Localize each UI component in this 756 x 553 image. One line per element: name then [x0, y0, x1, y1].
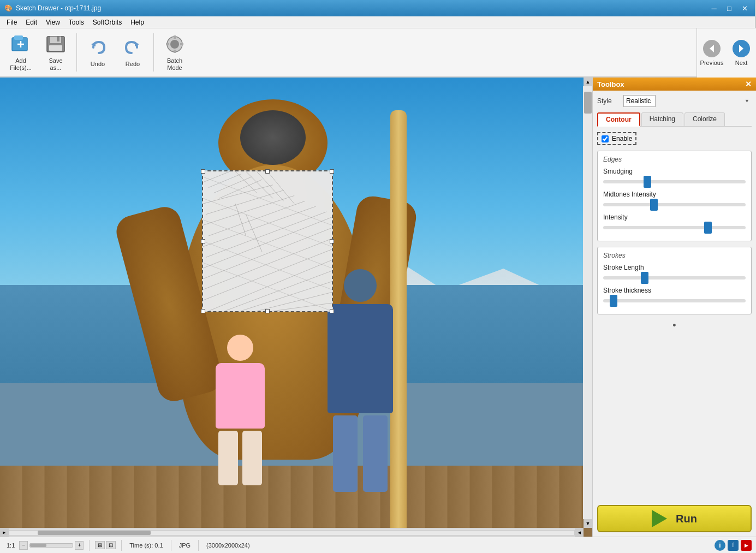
enable-label[interactable]: Enable: [612, 135, 632, 142]
maximize-button[interactable]: □: [722, 3, 736, 14]
scroll-thumb-v[interactable]: [584, 92, 592, 114]
run-button-area: Run: [593, 501, 756, 537]
sketch-selection[interactable]: [202, 170, 333, 312]
selection-handle-bm[interactable]: [265, 309, 270, 313]
canvas-vertical-scrollbar[interactable]: ▲ ▼: [584, 78, 592, 528]
man-left-leg: [333, 415, 358, 492]
toolbox-header: Toolbox ✕: [593, 78, 756, 91]
menu-view[interactable]: View: [41, 17, 64, 27]
status-sep-2: [121, 540, 122, 551]
fit-button[interactable]: ⊞: [95, 541, 105, 549]
tab-contour[interactable]: Contour: [597, 112, 640, 127]
smudging-row: Smudging: [603, 168, 746, 185]
scroll-thumb-h[interactable]: [38, 531, 151, 535]
info-icon[interactable]: i: [715, 540, 725, 551]
tab-hatching[interactable]: Hatching: [641, 112, 683, 126]
status-sep-3: [171, 540, 171, 551]
window-controls: ─ □ ✕: [707, 3, 752, 14]
man-legs: [317, 415, 404, 492]
style-select[interactable]: Realistic Pencil Charcoal Pastel: [623, 95, 656, 107]
intensity-row: Intensity: [603, 213, 746, 231]
previous-label: Previous: [700, 60, 724, 66]
status-sep-1: [89, 540, 90, 551]
close-button[interactable]: ✕: [737, 3, 752, 14]
facebook-icon[interactable]: f: [728, 540, 739, 551]
svg-rect-18: [203, 171, 332, 311]
toolbar-separator-1: [76, 33, 77, 72]
style-row: Style Realistic Pencil Charcoal Pastel: [597, 95, 752, 107]
enable-checkbox[interactable]: [602, 135, 609, 142]
midtones-row: Midtones Intensity: [603, 191, 746, 208]
add-files-button[interactable]: AddFile(s)...: [4, 31, 37, 74]
child-right-leg: [242, 431, 262, 485]
fit-window-button[interactable]: ⊡: [106, 541, 116, 549]
next-button[interactable]: Next: [727, 28, 756, 78]
child-body: [216, 363, 265, 429]
selection-handle-ml[interactable]: [201, 239, 205, 243]
next-label: Next: [735, 60, 748, 66]
add-files-icon: [10, 33, 32, 55]
selection-handle-bl[interactable]: [201, 309, 205, 313]
redo-button[interactable]: Redo: [116, 31, 149, 74]
save-as-icon: [45, 33, 67, 55]
canvas-area[interactable]: ▲ ▼ ▲ ▲: [0, 78, 592, 537]
status-bar: 1:1 − + ⊞ ⊡ Time (s): 0.1 JPG (3000x2000…: [0, 537, 756, 553]
stroke-thickness-slider[interactable]: [603, 299, 746, 302]
stroke-thickness-row: Stroke thickness: [603, 287, 746, 304]
menu-help[interactable]: Help: [126, 17, 148, 27]
menu-file[interactable]: File: [2, 17, 21, 27]
svg-rect-6: [57, 37, 59, 41]
zoom-out-button[interactable]: −: [19, 541, 28, 550]
svg-marker-16: [710, 45, 714, 52]
stroke-length-slider[interactable]: [603, 276, 746, 280]
zoom-slider-thumb[interactable]: [30, 544, 46, 547]
tab-colorize[interactable]: Colorize: [684, 112, 725, 126]
run-arrow-icon: [652, 510, 667, 527]
more-indicator: •: [597, 320, 752, 331]
midtones-label: Midtones Intensity: [603, 191, 746, 198]
batch-mode-icon: [164, 33, 186, 55]
scroll-left-button[interactable]: ▲: [0, 528, 9, 537]
undo-label: Undo: [91, 61, 105, 68]
selection-handle-mr[interactable]: [330, 239, 334, 243]
scroll-right-button[interactable]: ▲: [575, 528, 584, 537]
redo-label: Redo: [126, 61, 140, 68]
zoom-text: 1:1: [7, 542, 15, 549]
selection-handle-tm[interactable]: [265, 169, 270, 174]
zoom-in-button[interactable]: +: [75, 541, 84, 550]
smudging-slider[interactable]: [603, 180, 746, 183]
menu-tools[interactable]: Tools: [64, 17, 88, 27]
batch-mode-button[interactable]: BatchMode: [158, 31, 191, 74]
scroll-track-h: [9, 530, 575, 536]
selection-handle-br[interactable]: [330, 309, 334, 313]
main-area: ▲ ▼ ▲ ▲ Toolbox ✕ Style: [0, 78, 756, 537]
next-arrow-icon: [733, 40, 750, 57]
intensity-label: Intensity: [603, 213, 746, 221]
midtones-slider[interactable]: [603, 203, 746, 206]
selection-handle-tr[interactable]: [330, 169, 334, 174]
add-files-label: AddFile(s)...: [10, 57, 32, 72]
stroke-length-row: Stroke Length: [603, 264, 746, 281]
minimize-button[interactable]: ─: [707, 3, 721, 14]
scroll-down-button[interactable]: ▼: [584, 519, 592, 528]
previous-button[interactable]: Previous: [697, 28, 727, 78]
toolbox-close-button[interactable]: ✕: [745, 80, 752, 88]
stroke-thickness-label: Stroke thickness: [603, 287, 746, 294]
youtube-icon[interactable]: ▶: [741, 540, 752, 551]
intensity-slider[interactable]: [603, 226, 746, 229]
undo-button[interactable]: Undo: [81, 31, 114, 74]
status-sep-4: [198, 540, 199, 551]
selection-handle-tl[interactable]: [201, 169, 205, 174]
man-head: [344, 269, 377, 302]
scroll-up-button[interactable]: ▲: [584, 78, 592, 86]
save-as-button[interactable]: Saveas...: [39, 31, 72, 74]
menu-edit[interactable]: Edit: [21, 17, 41, 27]
run-button[interactable]: Run: [597, 505, 752, 532]
child-left-leg: [218, 431, 238, 485]
svg-marker-17: [739, 45, 743, 52]
menu-softorbits[interactable]: SoftOrbits: [88, 17, 126, 27]
title-bar: 🎨 Sketch Drawer - otp-1711.jpg ─ □ ✕: [0, 0, 756, 16]
svg-rect-1: [14, 35, 23, 40]
toolbox-panel: Toolbox ✕ Style Realistic Pencil Charcoa…: [592, 78, 756, 537]
dimensions-display: (3000x2000x24): [204, 542, 252, 549]
